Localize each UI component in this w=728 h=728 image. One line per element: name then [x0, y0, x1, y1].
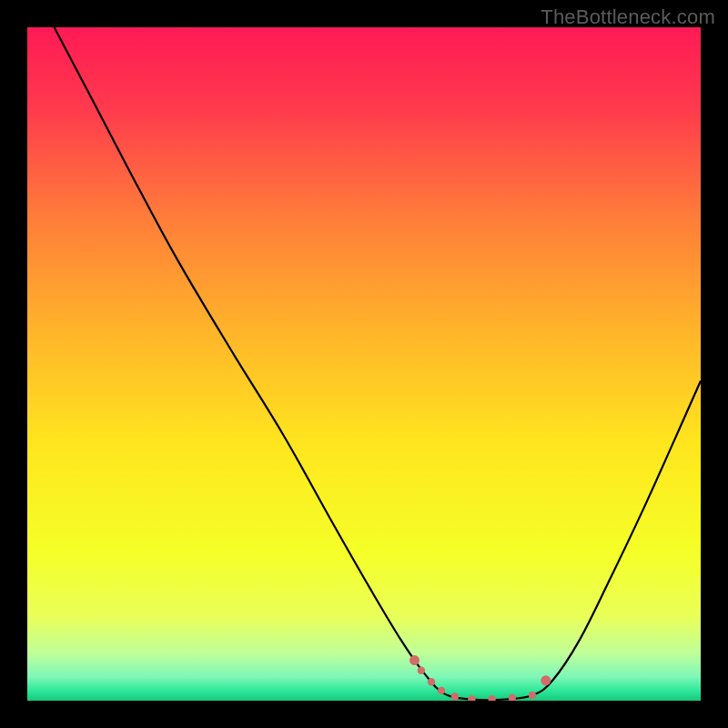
marker-dot [438, 687, 445, 694]
marker-dot [451, 693, 459, 700]
marker-dot [410, 655, 420, 665]
markers-layer [27, 27, 701, 701]
plot-area [27, 27, 701, 701]
marker-dot [509, 694, 516, 701]
marker-dot [468, 695, 475, 701]
marker-dot [488, 695, 495, 701]
marker-dot [529, 692, 536, 699]
marker-dot [418, 667, 425, 674]
marker-dot [428, 678, 435, 685]
marker-dot [541, 675, 551, 685]
recommended-range-markers [410, 655, 551, 701]
chart-frame: TheBottleneck.com [0, 0, 728, 728]
watermark-text: TheBottleneck.com [541, 5, 715, 29]
